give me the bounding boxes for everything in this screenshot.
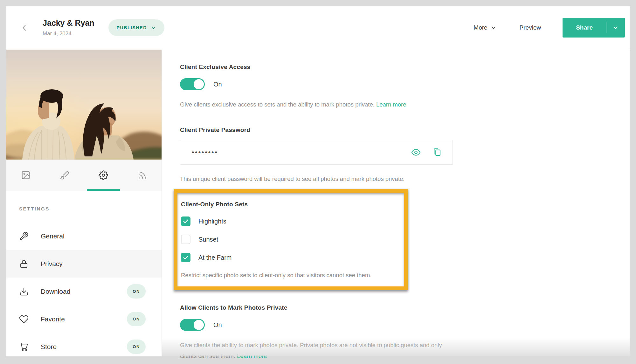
photo-set-option-highlights[interactable]: Highlights: [181, 216, 398, 226]
client-private-password-field[interactable]: ••••••••: [180, 140, 453, 165]
toggle-knob: [194, 79, 204, 89]
header-actions: More Preview Share: [474, 18, 630, 38]
checkbox-checked[interactable]: [181, 253, 190, 262]
photo-set-option-sunset[interactable]: Sunset: [181, 235, 398, 244]
lock-icon: [19, 259, 29, 269]
sidebar-section-label: SETTINGS: [19, 206, 162, 211]
toggle-state-label: On: [213, 81, 222, 88]
page-title: Jacky & Ryan: [43, 18, 94, 28]
cart-icon: [19, 342, 29, 352]
tab-photos[interactable]: [6, 160, 45, 191]
download-icon: [19, 287, 29, 296]
gallery-cover-photo: [6, 50, 162, 160]
photos-icon: [21, 170, 31, 180]
download-on-badge: ON: [127, 284, 146, 299]
store-on-badge: ON: [127, 340, 146, 354]
active-tab-indicator: [87, 189, 120, 191]
password-field-actions: [411, 148, 442, 157]
settings-gear-icon: [99, 170, 108, 180]
title-block: Jacky & Ryan Mar 4, 2024: [43, 18, 94, 37]
chevron-down-icon: [491, 25, 496, 30]
privacy-settings-panel: Client Exclusive Access On Give clients …: [162, 50, 630, 356]
sidebar-item-store[interactable]: Store ON: [6, 333, 162, 361]
client-private-password-title: Client Private Password: [180, 127, 630, 134]
mark-photos-private-toggle[interactable]: [180, 319, 205, 331]
sidebar-item-privacy[interactable]: Privacy: [6, 250, 162, 278]
toggle-knob: [194, 320, 204, 330]
sidebar-item-label: Download: [41, 288, 70, 295]
sidebar-item-download[interactable]: Download ON: [6, 278, 162, 305]
copy-icon: [432, 148, 442, 157]
show-password-button[interactable]: [411, 148, 421, 157]
client-exclusive-access-toggle-row: On: [180, 78, 630, 90]
preview-button[interactable]: Preview: [520, 24, 541, 31]
sidebar-item-general[interactable]: General: [6, 222, 162, 250]
sidebar-item-favorite[interactable]: Favorite ON: [6, 305, 162, 333]
heart-icon: [19, 314, 29, 324]
chevron-down-icon: [151, 25, 156, 31]
mark-photos-private-toggle-row: On: [180, 319, 630, 331]
tab-activity[interactable]: [123, 160, 162, 191]
tab-settings[interactable]: [84, 160, 123, 191]
activity-feed-icon: [137, 170, 147, 180]
more-menu-button[interactable]: More: [474, 24, 496, 31]
photo-set-label: Sunset: [198, 236, 218, 243]
description-text: Give clients exclusive access to sets an…: [180, 101, 375, 108]
eye-icon: [411, 148, 421, 157]
share-dropdown-button[interactable]: [606, 25, 625, 31]
photo-set-option-at-the-farm[interactable]: At the Farm: [181, 253, 398, 262]
client-exclusive-access-toggle[interactable]: [180, 78, 205, 90]
description-text: Give clients the ability to mark photos …: [180, 342, 442, 359]
client-exclusive-access-description: Give clients exclusive access to sets an…: [180, 99, 457, 110]
status-badge: PUBLISHED: [117, 25, 147, 30]
check-icon: [183, 254, 189, 261]
client-private-password-description: This unique client password will be requ…: [180, 174, 457, 184]
client-exclusive-access-title: Client Exclusive Access: [180, 64, 630, 71]
sidebar-item-label: Store: [41, 343, 57, 351]
sidebar-item-label: Privacy: [41, 260, 63, 268]
client-only-photo-sets-highlight-box: Client-Only Photo Sets Highlights Sunset: [174, 189, 408, 290]
client-only-photo-sets-description: Restrict specific photo sets to client-o…: [181, 272, 398, 279]
design-brush-icon: [60, 170, 69, 180]
client-only-photo-sets-title: Client-Only Photo Sets: [181, 201, 398, 208]
toggle-state-label: On: [213, 321, 222, 329]
wrench-icon: [19, 231, 29, 241]
sidebar-item-label: Favorite: [41, 315, 65, 323]
back-button[interactable]: [20, 23, 29, 32]
mark-photos-private-title: Allow Clients to Mark Photos Private: [180, 304, 630, 311]
photo-set-label: At the Farm: [198, 254, 232, 261]
checkbox-unchecked[interactable]: [181, 235, 190, 244]
settings-nav: General Privacy Download ON Favorite: [6, 222, 162, 361]
chevron-left-icon: [20, 23, 29, 32]
share-split-button: Share: [563, 18, 625, 38]
gallery-date: Mar 4, 2024: [43, 31, 94, 37]
check-icon: [183, 218, 189, 224]
share-button[interactable]: Share: [563, 24, 606, 31]
more-label: More: [474, 24, 487, 31]
favorite-on-badge: ON: [127, 312, 146, 326]
chevron-down-icon: [613, 25, 619, 31]
sidebar-tabstrip: [6, 160, 162, 191]
learn-more-link[interactable]: Learn more: [376, 101, 406, 108]
gallery-header: Jacky & Ryan Mar 4, 2024 PUBLISHED More …: [6, 6, 630, 49]
copy-password-button[interactable]: [432, 148, 442, 157]
photo-set-label: Highlights: [198, 218, 226, 225]
checkbox-checked[interactable]: [181, 216, 190, 226]
published-status-dropdown[interactable]: PUBLISHED: [108, 19, 164, 36]
learn-more-link[interactable]: Learn more: [237, 353, 267, 359]
password-masked-value: ••••••••: [192, 148, 411, 156]
gallery-sidebar: SETTINGS General Privacy Download ON: [6, 50, 162, 356]
sidebar-item-label: General: [41, 232, 65, 240]
app-window: Jacky & Ryan Mar 4, 2024 PUBLISHED More …: [6, 6, 630, 356]
mark-photos-private-description: Give clients the ability to mark photos …: [180, 340, 457, 361]
tab-design[interactable]: [45, 160, 84, 191]
